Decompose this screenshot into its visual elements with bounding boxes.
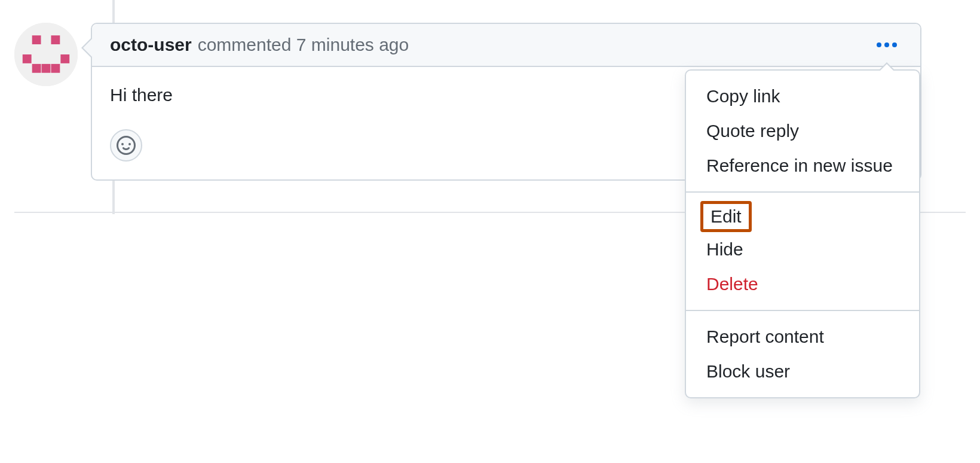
- comment-username[interactable]: octo-user: [110, 35, 192, 55]
- comment-action: commented: [198, 35, 292, 54]
- svg-rect-2: [51, 35, 60, 44]
- user-avatar[interactable]: [14, 23, 78, 86]
- comment-timestamp[interactable]: 7 minutes ago: [296, 35, 409, 54]
- comment-actions-button[interactable]: [871, 37, 902, 53]
- menu-copy-link[interactable]: Copy link: [686, 79, 919, 114]
- svg-rect-4: [60, 54, 69, 63]
- comment-box: octo-user commented 7 minutes ago Hi the…: [91, 23, 921, 181]
- menu-edit[interactable]: Edit: [700, 201, 752, 232]
- svg-rect-1: [32, 35, 41, 44]
- menu-quote-reply[interactable]: Quote reply: [686, 114, 919, 148]
- comment-actions-menu: Copy link Quote reply Reference in new i…: [685, 69, 920, 398]
- menu-section-2: Edit Hide Delete: [686, 191, 919, 310]
- svg-point-10: [892, 42, 897, 47]
- svg-rect-6: [42, 64, 51, 73]
- svg-rect-3: [23, 54, 32, 63]
- menu-delete[interactable]: Delete: [686, 267, 919, 301]
- kebab-icon: [876, 42, 898, 48]
- avatar-identicon: [14, 23, 78, 86]
- menu-hide[interactable]: Hide: [686, 232, 919, 267]
- svg-rect-7: [51, 64, 60, 73]
- svg-point-9: [884, 42, 889, 47]
- comment-header: octo-user commented 7 minutes ago: [92, 24, 920, 67]
- menu-reference-issue[interactable]: Reference in new issue: [686, 148, 919, 183]
- menu-report-content[interactable]: Report content: [686, 319, 919, 354]
- comment-meta: commented 7 minutes ago: [198, 35, 409, 55]
- svg-rect-5: [32, 64, 41, 73]
- smiley-icon: [117, 136, 136, 155]
- menu-section-3: Report content Block user: [686, 310, 919, 397]
- menu-section-1: Copy link Quote reply Reference in new i…: [686, 71, 919, 191]
- menu-block-user[interactable]: Block user: [686, 354, 919, 389]
- add-reaction-button[interactable]: [110, 129, 142, 162]
- svg-point-8: [877, 42, 881, 47]
